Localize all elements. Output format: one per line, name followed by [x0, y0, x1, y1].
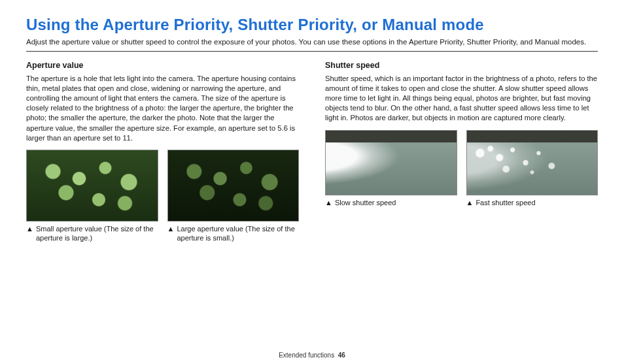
triangle-up-icon: ▲ [26, 224, 33, 233]
aperture-image-row: ▲ Small aperture value (The size of the … [26, 150, 299, 243]
caption-small-aperture: ▲ Small aperture value (The size of the … [26, 224, 158, 243]
caption-fast-shutter: ▲ Fast shutter speed [466, 198, 598, 207]
triangle-up-icon: ▲ [325, 198, 332, 207]
intro-text: Adjust the aperture value or shutter spe… [26, 38, 598, 48]
caption-text: Fast shutter speed [476, 198, 535, 207]
two-column-layout: Aperture value The aperture is a hole th… [26, 61, 598, 242]
aperture-body: The aperture is a hole that lets light i… [26, 74, 299, 143]
photo-large-aperture-value [167, 150, 300, 222]
shutter-heading: Shutter speed [325, 61, 598, 70]
caption-large-aperture: ▲ Large aperture value (The size of the … [167, 224, 300, 243]
photo-small-aperture-value [26, 150, 158, 222]
page-footer: Extended functions 46 [0, 352, 624, 359]
footer-page-number: 46 [338, 352, 345, 359]
shutter-image-row: ▲ Slow shutter speed ▲ Fast shutter spee… [325, 130, 598, 207]
caption-text: Large aperture value (The size of the ap… [177, 224, 299, 243]
caption-slow-shutter: ▲ Slow shutter speed [325, 198, 457, 207]
photo-fast-shutter [466, 130, 598, 195]
right-column: Shutter speed Shutter speed, which is an… [325, 61, 598, 242]
caption-text: Small aperture value (The size of the ap… [36, 224, 158, 243]
triangle-up-icon: ▲ [167, 224, 175, 233]
caption-text: Slow shutter speed [335, 198, 396, 207]
shutter-image-1: ▲ Slow shutter speed [325, 130, 457, 207]
shutter-body: Shutter speed, which is an important fac… [325, 74, 598, 124]
triangle-up-icon: ▲ [466, 198, 474, 207]
left-column: Aperture value The aperture is a hole th… [26, 61, 299, 242]
aperture-image-1: ▲ Small aperture value (The size of the … [26, 150, 158, 243]
shutter-image-2: ▲ Fast shutter speed [466, 130, 598, 207]
photo-slow-shutter [325, 130, 457, 195]
aperture-heading: Aperture value [26, 61, 299, 70]
aperture-image-2: ▲ Large aperture value (The size of the … [167, 150, 300, 243]
horizontal-rule [26, 51, 598, 52]
page-title: Using the Aperture Priority, Shutter Pri… [26, 16, 598, 34]
footer-section: Extended functions [279, 352, 334, 359]
